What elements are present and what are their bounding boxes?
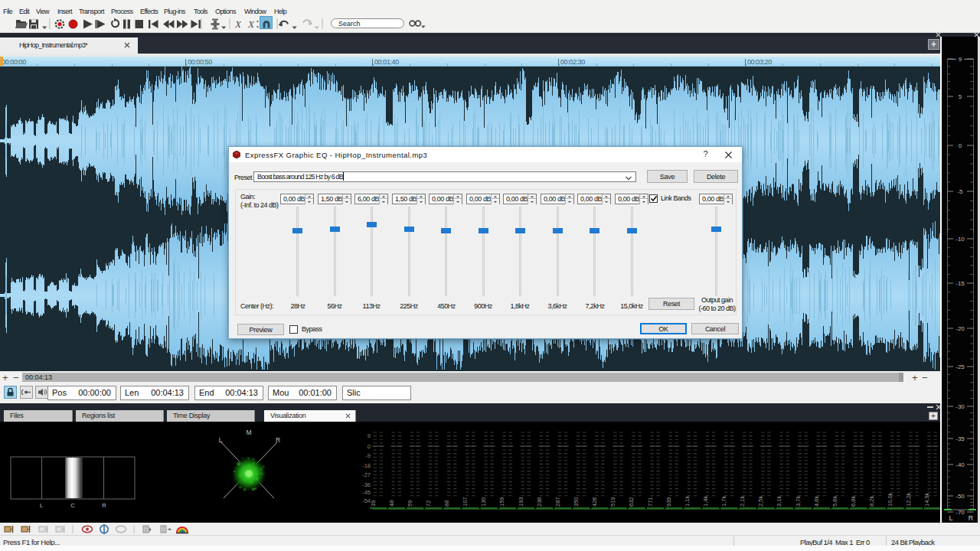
svg-text:14,9k: 14,9k <box>923 492 930 507</box>
svg-text:39: 39 <box>370 500 377 507</box>
svg-text:C: C <box>70 502 75 509</box>
svg-text:72: 72 <box>425 500 432 507</box>
svg-text:771: 771 <box>647 497 654 507</box>
svg-text:3,1k: 3,1k <box>776 496 782 507</box>
svg-text:2,1k: 2,1k <box>739 496 746 507</box>
svg-text:-20: -20 <box>956 325 965 332</box>
svg-text:-50: -50 <box>956 493 965 500</box>
svg-text:0: 0 <box>368 443 371 450</box>
svg-text:10,0k: 10,0k <box>887 492 893 507</box>
svg-text:88: 88 <box>443 500 450 507</box>
svg-text:193: 193 <box>518 497 524 507</box>
svg-text:L: L <box>40 502 43 509</box>
svg-text:12,2k: 12,2k <box>905 492 912 507</box>
svg-text:5: 5 <box>959 93 962 100</box>
svg-text:8,2k: 8,2k <box>868 496 875 507</box>
svg-text:-35: -35 <box>956 435 965 442</box>
svg-text:0: 0 <box>959 142 962 149</box>
svg-text:6,8k: 6,8k <box>850 496 857 507</box>
svg-text:3,7k: 3,7k <box>795 496 802 507</box>
svg-text:-15: -15 <box>956 280 965 287</box>
svg-text:519: 519 <box>609 497 616 507</box>
svg-text:9: 9 <box>368 432 371 439</box>
svg-text:-9: -9 <box>365 452 371 459</box>
svg-text:-45: -45 <box>362 489 371 496</box>
svg-text:-25: -25 <box>956 364 965 370</box>
svg-text:-5: -5 <box>957 188 963 195</box>
svg-text:107: 107 <box>462 497 469 507</box>
svg-text:R: R <box>969 514 974 522</box>
svg-text:X: X <box>234 18 242 30</box>
svg-text:350: 350 <box>573 497 580 507</box>
svg-text:-27: -27 <box>362 471 371 478</box>
svg-text:2,5k: 2,5k <box>757 496 764 507</box>
svg-text:130: 130 <box>480 497 487 507</box>
svg-text:-18: -18 <box>362 462 371 469</box>
svg-text:-30: -30 <box>956 403 965 410</box>
svg-text:5,6k: 5,6k <box>831 496 838 507</box>
svg-text:287: 287 <box>554 497 561 507</box>
svg-text:4,6k: 4,6k <box>813 496 820 507</box>
svg-text:426: 426 <box>591 497 598 507</box>
svg-text:159: 159 <box>498 497 505 507</box>
svg-text:1,7k: 1,7k <box>720 496 727 507</box>
svg-text:632: 632 <box>628 497 635 507</box>
svg-text:L: L <box>949 514 952 522</box>
svg-text:X: X <box>247 18 255 30</box>
svg-text:1,4k: 1,4k <box>702 496 709 507</box>
svg-text:R: R <box>276 436 280 444</box>
svg-text:236: 236 <box>536 497 543 507</box>
svg-text:939: 939 <box>665 497 672 507</box>
svg-text:48: 48 <box>388 500 395 507</box>
svg-text:-10: -10 <box>956 236 965 243</box>
svg-text:M: M <box>246 429 251 436</box>
svg-text:R: R <box>102 502 106 509</box>
svg-text:-36: -36 <box>362 481 371 488</box>
svg-text:59: 59 <box>407 500 413 507</box>
svg-text:1,1k: 1,1k <box>684 496 691 507</box>
svg-text:9: 9 <box>959 56 962 63</box>
svg-text:L: L <box>219 436 223 444</box>
svg-text:-40: -40 <box>956 461 965 468</box>
